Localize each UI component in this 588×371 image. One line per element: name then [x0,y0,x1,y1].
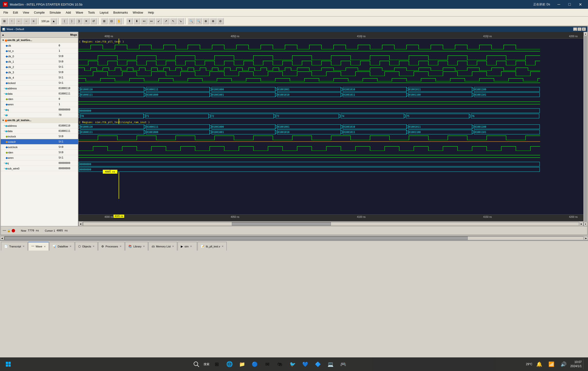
tb-btn-right2[interactable]: ↦ [148,18,155,24]
tb-btn-zl2[interactable]: ↖ [170,18,177,24]
menu-simulate[interactable]: Simulate [47,10,63,15]
dataflow-close[interactable]: ✕ [70,245,72,248]
signal-row-wren1[interactable]: ◆ wren 1 [1,102,78,107]
taskbar-app3[interactable]: 🔷 [313,359,323,370]
v-scroll-down-btn[interactable]: ▼ [584,222,587,226]
tab-dataflow[interactable]: 📊 Dataflow ✕ [49,242,74,251]
h-scroll-left-btn[interactable]: ◀ [78,222,82,226]
menu-tools[interactable]: Tools [85,10,97,15]
taskbar-task-view[interactable]: ⊞ [211,359,222,370]
tb-btn-up2[interactable]: ⬆ [126,18,133,24]
tab-objects[interactable]: ⬡ Objects ✕ [75,242,98,251]
sig-h-scroll-track[interactable] [4,236,584,240]
show-desktop-btn[interactable] [583,359,585,370]
tb-btn-forward[interactable]: → [23,18,30,24]
library-close[interactable]: ✕ [143,245,145,248]
sig-h-scroll-thumb[interactable] [5,237,468,240]
tab-processes[interactable]: ⚙ Processes ✕ [98,242,124,251]
taskbar-app1[interactable]: 🐦 [287,359,298,370]
maximize-button[interactable]: □ [565,1,574,8]
signal-row-subwire0[interactable]: + ◆ sub_wire0 00000000 [1,166,78,171]
tb-btn-down[interactable]: ⬇ [133,18,140,24]
h-scroll-right-btn[interactable]: ▶ [579,222,583,226]
taskbar-chrome[interactable]: 🔵 [249,359,260,370]
tb-btn-up[interactable]: ↑ [8,18,15,24]
close-button[interactable]: ✕ [575,1,585,8]
taskbar-app4[interactable]: 💻 [325,359,336,370]
sig-h-scroll-left[interactable]: ◀ [0,236,4,240]
wave-minimize-btn[interactable]: _ [573,27,577,31]
signal-sort-icon[interactable]: ▲ [2,33,4,36]
signal-row-q2[interactable]: + ◆ q 00000000 [1,161,78,166]
taskbar-volume[interactable]: 🔊 [558,359,569,370]
signal-row-clk0[interactable]: ◆ clk_0 St0 [1,54,78,59]
signal-row-clk3[interactable]: ◆ clk_3 St0 [1,70,78,75]
signal-row-outclock[interactable]: ◆ outclock St0 [1,144,78,150]
menu-window[interactable]: Window [130,10,146,15]
tb-btn-goto[interactable]: ⊞ [1,18,8,24]
wave-maximize-btn[interactable]: □ [578,27,581,31]
tb-btn-step[interactable]: ▲ [50,18,57,24]
expand-icon-2[interactable]: ▼ [2,119,5,122]
tab-tb-pll[interactable]: 📝 tb_pll_test.v ✕ [198,242,227,251]
menu-add[interactable]: Add [63,10,74,15]
signal-row-clk2[interactable]: ◆ clk_2 St1 [1,64,78,70]
v-scroll-thumb[interactable] [584,36,587,222]
tb-btn-zl[interactable]: ↙ [155,18,162,24]
tb-btn-zoomfit[interactable]: ⊕ [202,18,209,24]
taskbar-file-explorer[interactable]: 📁 [237,359,247,370]
menu-view[interactable]: View [21,10,32,15]
menu-layout[interactable]: Layout [97,10,111,15]
signal-row-q1[interactable]: + ◆ q 00000000 [1,107,78,113]
signal-row-wren2[interactable]: ◆ wren St1 [1,155,78,161]
tb-btn-collapse[interactable]: ⊟ [108,18,115,24]
taskbar-edge[interactable]: 🌐 [224,359,235,370]
menu-compile[interactable]: Compile [32,10,47,15]
start-button[interactable] [3,359,14,370]
wave-close-btn[interactable]: ✕ [582,27,586,31]
menu-wave[interactable]: Wave [74,10,85,15]
v-scroll-up-btn[interactable]: ▲ [584,32,587,36]
tb-btn-back[interactable]: ← [16,18,22,24]
signal-row-clk4[interactable]: ◆ clk_4 St1 [1,75,78,80]
signal-row-data1[interactable]: + ◆ data 01000111 [1,91,78,96]
taskbar-app2[interactable]: 💙 [300,359,311,370]
menu-bookmarks[interactable]: Bookmarks [111,10,130,15]
signal-row-rden1[interactable]: ◆ rden 0 [1,96,78,102]
signal-row-outaclr[interactable]: ◆ outaclr St1 [1,139,78,144]
v-scrollbar[interactable]: ▲ ▼ [583,32,587,226]
waveform-display[interactable]: ( Region: sim:/tb_pll_test ) [78,39,583,214]
taskbar-store[interactable]: 🛍 [274,359,285,370]
tb-btn-run3[interactable]: ⟫ [75,18,82,24]
tab-sim[interactable]: ▶ sim ✕ [178,242,197,251]
tb-btn-run1[interactable]: ⟨ [61,18,68,24]
signal-row-rden2[interactable]: ◆ rden St0 [1,150,78,155]
menu-file[interactable]: File [1,10,10,15]
tb-btn-expand[interactable]: ⊞ [101,18,108,24]
h-scrollbar[interactable]: ◀ ▶ [78,221,583,226]
taskbar-search[interactable] [191,359,202,370]
tab-wave[interactable]: 〰 Wave ✕ [28,242,49,251]
menu-edit[interactable]: Edit [10,10,21,15]
transcript-close[interactable]: ✕ [23,245,24,248]
tb-btn-hand[interactable]: ✋ [116,18,122,24]
tab-memory-list[interactable]: 🗃 Memory List ✕ [148,242,177,251]
tb-btn-restart[interactable]: ↺ [90,18,97,24]
memory-list-close[interactable]: ✕ [172,245,174,248]
taskbar-wifi[interactable]: 📶 [546,359,557,370]
taskbar-time-display[interactable]: 10:07 2024/1/1 [570,360,582,368]
signal-group-2[interactable]: ▼ ◆ sim:/tb_pll_test/sin... [1,118,78,123]
signal-row-rst-n[interactable]: ◆ rst_n 1 [1,48,78,54]
wave-close[interactable]: ✕ [44,245,46,248]
tb-btn-zoomout[interactable]: 🔍 [195,18,202,24]
taskbar-mail[interactable]: ✉ [262,359,273,370]
tb-btn-run2[interactable]: ⟩ [68,18,75,24]
processes-close[interactable]: ✕ [120,245,122,248]
signal-group-1[interactable]: ▼ ◆ sim:/tb_pll_test/Gro... [1,38,78,43]
tb-btn-zoom1[interactable]: ⊗ [210,18,217,24]
tab-transcript[interactable]: 📄 Transcript ✕ [1,242,28,251]
tb-btn-zr[interactable]: ↗ [163,18,169,24]
signal-row-i[interactable]: + ◆ i 70 [1,113,78,118]
tb-pll-close[interactable]: ✕ [221,245,223,248]
tb-btn-list[interactable]: ≡ [30,18,37,24]
